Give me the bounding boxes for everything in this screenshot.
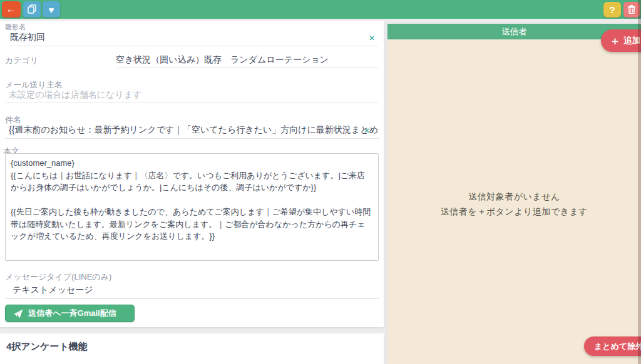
question-icon: ? — [609, 4, 615, 15]
template-name-label: 雛形名 — [5, 23, 26, 32]
field-underline — [5, 138, 379, 139]
survey-section-card: 4択アンケート機能 — [0, 333, 384, 364]
trash-icon — [627, 4, 636, 16]
message-type-label: メッセージタイプ(LINEのみ) — [5, 271, 111, 283]
field-underline — [116, 68, 379, 68]
body-textarea[interactable]: {customer_name} {{こんにちは｜お世話になります｜〈店名〉です。… — [5, 153, 379, 261]
heart-icon: ♥ — [49, 4, 54, 15]
message-type-select[interactable]: テキストメッセージ — [13, 285, 93, 296]
empty-recipients-message-line1: 送信対象者がいません — [387, 191, 641, 203]
copy-icon — [27, 4, 37, 16]
page-scrollbar[interactable] — [638, 0, 641, 364]
back-arrow-icon: ← — [6, 3, 17, 16]
plus-icon: ＋ — [610, 36, 620, 46]
field-underline — [5, 298, 379, 299]
survey-section-title: 4択アンケート機能 — [6, 341, 88, 353]
add-recipient-button[interactable]: ＋ 追加 — [601, 29, 641, 52]
bulk-exclude-label: まとめて除外 — [594, 341, 641, 352]
template-name-clear-icon[interactable]: ✕ — [369, 34, 375, 43]
subject-input[interactable] — [9, 125, 379, 135]
send-gmail-label: 送信者へ一斉Gmail配信 — [28, 308, 116, 319]
top-toolbar: ← ♥ ? — [0, 0, 641, 19]
bulk-exclude-button[interactable]: まとめて除外 — [584, 336, 641, 356]
sender-name-input[interactable] — [9, 89, 372, 99]
template-form-card: 雛形名 ✕ カテゴリ 空き状況（囲い込み）既存 ランダムローテーション メール送… — [0, 21, 384, 327]
recipients-panel: 送信者 ＋ 追加 送信対象者がいません 送信者を＋ボタンより追加できます まとめ… — [387, 24, 641, 364]
subject-clear-icon[interactable]: ✕ — [364, 126, 370, 135]
back-button[interactable]: ← — [2, 1, 21, 18]
field-underline — [9, 46, 379, 46]
field-underline — [5, 103, 379, 103]
favorite-button[interactable]: ♥ — [43, 1, 60, 18]
subject-label: 件名 — [5, 114, 21, 126]
template-editor-page: { "topbar": { "back_icon": "←", "heart_i… — [0, 0, 641, 364]
template-name-input[interactable] — [10, 33, 361, 43]
empty-recipients-message-line2: 送信者を＋ボタンより追加できます — [387, 206, 641, 218]
category-value[interactable]: 空き状況（囲い込み）既存 ランダムローテーション — [116, 54, 329, 66]
copy-template-button[interactable] — [23, 1, 41, 18]
category-label: カテゴリ — [5, 55, 38, 66]
help-button[interactable]: ? — [603, 2, 621, 18]
recipients-header-title: 送信者 — [501, 26, 527, 38]
send-gmail-button[interactable]: 送信者へ一斉Gmail配信 — [5, 305, 135, 322]
